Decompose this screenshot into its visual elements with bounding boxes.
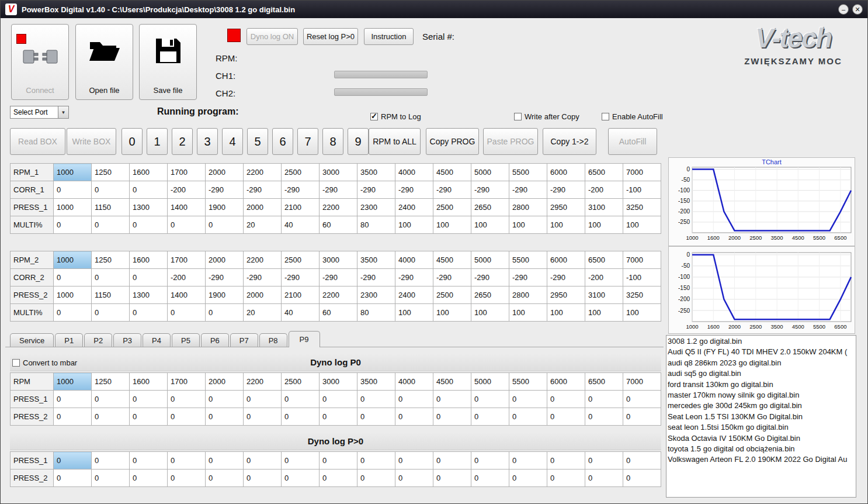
grid-cell[interactable]: 0 (623, 391, 661, 408)
grid-cell[interactable]: 0 (585, 470, 623, 487)
tab-p2[interactable]: P2 (84, 333, 112, 347)
grid-cell[interactable]: 0 (130, 470, 168, 487)
grid-cell[interactable]: -290 (395, 269, 433, 286)
open-file-button[interactable]: Open file (75, 24, 133, 100)
grid-cell[interactable]: 100 (585, 216, 623, 234)
grid-cell[interactable]: 40 (282, 216, 320, 234)
grid-cell[interactable]: 2300 (357, 199, 395, 216)
grid-cell[interactable]: 2400 (395, 199, 433, 216)
file-list-item[interactable]: master 170km nowy silnik go digital.bin (668, 390, 855, 401)
grid-cell[interactable]: 0 (244, 452, 282, 470)
file-list-item[interactable]: Skoda Octavia IV 150KM Go Digital.bin (668, 433, 855, 444)
grid-cell[interactable]: 100 (509, 216, 547, 234)
convert-to-mbar-checkbox[interactable]: Convert to mbar (12, 358, 77, 367)
enable-autofill-checkbox[interactable]: Enable AutoFill (602, 112, 663, 121)
grid-cell[interactable]: 0 (130, 304, 168, 322)
grid-cell[interactable]: 0 (282, 408, 320, 426)
grid-cell[interactable]: 0 (320, 470, 357, 487)
grid-cell[interactable]: 4000 (395, 164, 433, 181)
grid-cell[interactable]: 6000 (547, 373, 585, 391)
digit-button-6[interactable]: 6 (272, 128, 293, 155)
grid-cell[interactable]: -290 (357, 269, 395, 286)
grid-cell[interactable]: -290 (433, 269, 471, 286)
grid-cell[interactable]: 0 (357, 452, 395, 470)
file-list-item[interactable]: mercedes gle 300d 245km go digital.bin (668, 401, 855, 411)
grid-cell[interactable]: 0 (54, 304, 92, 322)
autofill-button[interactable]: AutoFill (608, 128, 657, 155)
grid-cell[interactable]: 0 (623, 452, 661, 470)
grid-cell[interactable]: 40 (282, 304, 320, 322)
grid-cell[interactable]: 2650 (471, 199, 509, 216)
grid-cell[interactable]: 0 (168, 408, 206, 426)
grid-cell[interactable]: 0 (92, 269, 130, 286)
grid-cell[interactable]: 1600 (130, 164, 168, 181)
copy-prog-button[interactable]: Copy PROG (426, 128, 479, 155)
grid-cell[interactable]: 2800 (509, 286, 547, 304)
grid-cell[interactable]: 1150 (92, 286, 130, 304)
file-list-item[interactable]: toyota 1.5 go digital od obciążenia.bin (668, 444, 855, 454)
grid-cell[interactable]: 0 (433, 391, 471, 408)
grid-cell[interactable]: 5500 (509, 251, 547, 269)
file-list-item[interactable]: Seat Leon 1.5 TSI 130KM Go Digital.bin (668, 412, 855, 422)
grid-cell[interactable]: -290 (471, 181, 509, 199)
grid-cell[interactable]: 20 (244, 304, 282, 322)
grid-cell[interactable]: 1700 (168, 251, 206, 269)
digit-button-0[interactable]: 0 (121, 128, 143, 155)
file-list-item[interactable]: audi q8 286km 2023 go digital.bin (668, 358, 855, 368)
grid-cell[interactable]: 4500 (433, 373, 471, 391)
grid-cell[interactable]: 100 (509, 304, 547, 322)
grid-cell[interactable]: 5500 (509, 164, 547, 181)
grid-cell[interactable]: 0 (54, 269, 92, 286)
grid-cell[interactable]: 2800 (509, 199, 547, 216)
grid-cell[interactable]: 0 (623, 408, 661, 426)
close-button[interactable]: ✕ (852, 4, 863, 15)
grid-cell[interactable]: 6500 (585, 251, 623, 269)
grid-cell[interactable]: 2500 (433, 199, 471, 216)
tab-p9[interactable]: P9 (289, 331, 320, 347)
grid-cell[interactable]: 2950 (547, 286, 585, 304)
grid-cell[interactable]: 0 (547, 452, 585, 470)
grid-cell[interactable]: 5000 (471, 164, 509, 181)
grid-cell[interactable]: 3500 (357, 251, 395, 269)
grid-cell[interactable]: 0 (54, 452, 92, 470)
grid-cell[interactable]: 2000 (206, 164, 244, 181)
grid-cell[interactable]: 0 (168, 391, 206, 408)
grid-cell[interactable]: 3500 (357, 164, 395, 181)
grid-cell[interactable]: 4500 (433, 251, 471, 269)
grid-cell[interactable]: 0 (206, 408, 244, 426)
grid-cell[interactable]: 0 (357, 391, 395, 408)
grid-cell[interactable]: 0 (92, 452, 130, 470)
grid-cell[interactable]: -200 (585, 181, 623, 199)
reset-log-button[interactable]: Reset log P>0 (303, 28, 358, 45)
grid-cell[interactable]: 0 (168, 452, 206, 470)
grid-cell[interactable]: 0 (320, 391, 357, 408)
grid-cell[interactable]: 0 (168, 470, 206, 487)
file-list-item[interactable]: Audi Q5 II (FY FL) 40 TDI MHEV 2.0 150kW… (668, 347, 855, 357)
grid-cell[interactable]: 2500 (282, 164, 320, 181)
grid-cell[interactable]: 0 (130, 269, 168, 286)
grid-cell[interactable]: 3250 (623, 199, 661, 216)
grid-cell[interactable]: 1300 (130, 286, 168, 304)
grid-cell[interactable]: 0 (206, 304, 244, 322)
grid-cell[interactable]: 0 (395, 470, 433, 487)
file-list-item[interactable]: 3008 1.2 go digital.bin (668, 336, 855, 347)
grid-cell[interactable]: 100 (623, 304, 661, 322)
grid-cell[interactable]: 3100 (585, 199, 623, 216)
digit-button-8[interactable]: 8 (322, 128, 343, 155)
grid-cell[interactable]: -290 (471, 269, 509, 286)
grid-cell[interactable]: 100 (433, 216, 471, 234)
write-box-button[interactable]: Write BOX (67, 128, 116, 155)
grid-cell[interactable]: 1400 (168, 199, 206, 216)
grid-cell[interactable]: -100 (623, 181, 661, 199)
grid-cell[interactable]: 0 (130, 181, 168, 199)
grid-cell[interactable]: 0 (92, 408, 130, 426)
grid-cell[interactable]: 3000 (320, 164, 357, 181)
save-file-button[interactable]: Save file (139, 24, 197, 100)
grid-cell[interactable]: 1600 (130, 251, 168, 269)
tab-p7[interactable]: P7 (230, 333, 258, 347)
grid-cell[interactable]: 6000 (547, 164, 585, 181)
grid-cell[interactable]: -290 (433, 181, 471, 199)
grid-cell[interactable]: 0 (320, 408, 357, 426)
grid-cell[interactable]: 1600 (130, 373, 168, 391)
grid-cell[interactable]: 0 (130, 216, 168, 234)
